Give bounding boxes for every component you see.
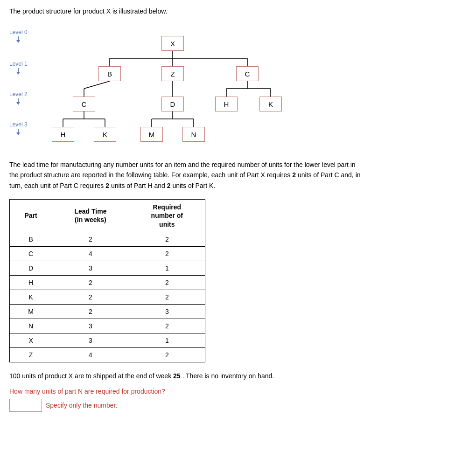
node-C-level2: C [73,97,95,111]
table-row: D31 [10,261,205,275]
level1-label: Level 1 [9,61,28,75]
table-row: C42 [10,246,205,261]
answer-input[interactable] [9,399,42,412]
col-required-header: Requirednumber ofunits [129,200,205,232]
cell-lead_time: 2 [52,290,129,304]
cell-lead_time: 3 [52,319,129,333]
cell-required: 2 [129,319,205,333]
cell-required: 2 [129,290,205,304]
table-row: H22 [10,275,205,290]
cell-lead_time: 2 [52,304,129,319]
table-row: X31 [10,333,205,347]
cell-part: K [10,290,52,304]
cell-part: C [10,246,52,261]
svg-line-5 [84,81,110,89]
parts-table: Part Lead Time(in weeks) Requirednumber … [9,199,205,362]
level3-label: Level 3 [9,121,28,135]
node-H-right: H [215,97,238,111]
cell-lead_time: 4 [52,246,129,261]
question-text: How many units of part N are required fo… [9,388,467,395]
cell-lead_time: 3 [52,333,129,347]
node-H-left: H [52,127,74,142]
cell-lead_time: 3 [52,261,129,275]
table-row: M23 [10,304,205,319]
description-text: The lead time for manufacturing any numb… [9,160,364,191]
cell-part: N [10,319,52,333]
cell-lead_time: 2 [52,232,129,246]
level2-label: Level 2 [9,91,28,105]
intro-text: The product structure for product X is i… [9,7,467,15]
cell-part: M [10,304,52,319]
node-N: N [182,127,205,142]
cell-part: Z [10,347,52,362]
node-X: X [161,36,184,51]
table-row: N32 [10,319,205,333]
footer-text: 100 units of product X are to shipped at… [9,371,467,381]
cell-required: 1 [129,333,205,347]
cell-required: 2 [129,246,205,261]
col-leadtime-header: Lead Time(in weeks) [52,200,129,232]
cell-part: H [10,275,52,290]
cell-required: 2 [129,275,205,290]
cell-required: 2 [129,347,205,362]
col-part-header: Part [10,200,52,232]
node-B: B [98,66,121,81]
node-M: M [140,127,163,142]
cell-required: 2 [129,232,205,246]
table-row: B22 [10,232,205,246]
week-text: 25 [173,372,181,380]
cell-part: D [10,261,52,275]
cell-lead_time: 4 [52,347,129,362]
product-text: product X [45,372,73,380]
node-Z: Z [161,66,184,81]
node-D: D [161,97,184,111]
answer-hint: Specify only the number. [46,402,117,409]
tree-diagram: Level 0 Level 1 Level 2 Level 3 X B Z C … [9,20,336,155]
cell-part: B [10,232,52,246]
cell-required: 1 [129,261,205,275]
table-row: Z42 [10,347,205,362]
node-K-right: K [259,97,282,111]
level0-label: Level 0 [9,29,28,43]
node-K-left: K [94,127,116,142]
cell-part: X [10,333,52,347]
cell-required: 3 [129,304,205,319]
cell-lead_time: 2 [52,275,129,290]
quantity-text: 100 [9,372,20,380]
answer-row: Specify only the number. [9,399,467,412]
node-C-level1: C [236,66,259,81]
table-row: K22 [10,290,205,304]
